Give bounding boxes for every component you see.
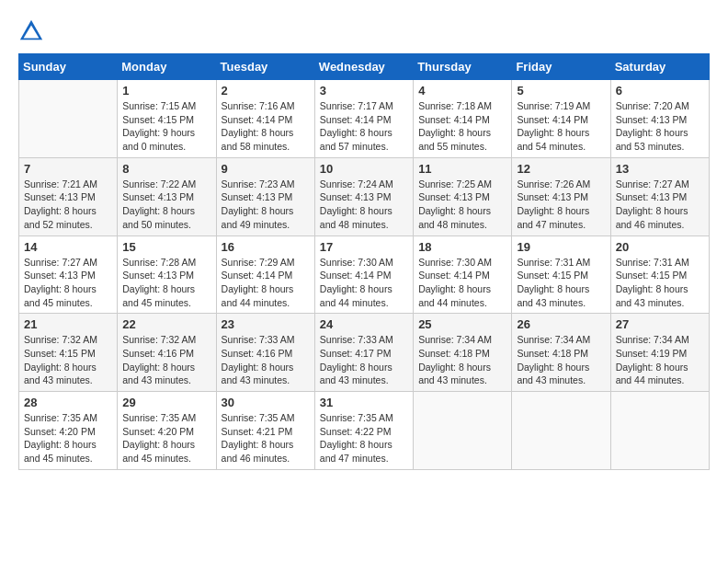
day-info: Sunrise: 7:20 AM Sunset: 4:13 PM Dayligh… — [616, 99, 704, 154]
day-number: 3 — [320, 84, 408, 98]
week-row-3: 14Sunrise: 7:27 AM Sunset: 4:13 PM Dayli… — [19, 236, 710, 314]
week-row-5: 28Sunrise: 7:35 AM Sunset: 4:20 PM Dayli… — [19, 392, 710, 470]
day-info: Sunrise: 7:32 AM Sunset: 4:16 PM Dayligh… — [122, 333, 210, 387]
day-info: Sunrise: 7:31 AM Sunset: 4:15 PM Dayligh… — [517, 256, 605, 310]
day-cell: 15Sunrise: 7:28 AM Sunset: 4:13 PM Dayli… — [118, 236, 216, 314]
day-info: Sunrise: 7:17 AM Sunset: 4:14 PM Dayligh… — [320, 99, 408, 154]
day-info: Sunrise: 7:18 AM Sunset: 4:14 PM Dayligh… — [418, 99, 506, 154]
day-info: Sunrise: 7:33 AM Sunset: 4:17 PM Dayligh… — [320, 333, 408, 387]
day-info: Sunrise: 7:24 AM Sunset: 4:13 PM Dayligh… — [320, 178, 408, 232]
week-row-2: 7Sunrise: 7:21 AM Sunset: 4:13 PM Daylig… — [19, 157, 710, 236]
day-number: 27 — [616, 317, 704, 331]
day-number: 24 — [320, 317, 408, 331]
day-cell: 28Sunrise: 7:35 AM Sunset: 4:20 PM Dayli… — [19, 392, 118, 470]
day-number: 14 — [24, 240, 112, 254]
day-cell: 11Sunrise: 7:25 AM Sunset: 4:13 PM Dayli… — [414, 157, 512, 236]
day-info: Sunrise: 7:23 AM Sunset: 4:13 PM Dayligh… — [222, 178, 310, 232]
day-cell: 3Sunrise: 7:17 AM Sunset: 4:14 PM Daylig… — [314, 80, 413, 158]
day-number: 16 — [222, 240, 310, 254]
day-info: Sunrise: 7:27 AM Sunset: 4:13 PM Dayligh… — [24, 256, 112, 310]
day-cell: 26Sunrise: 7:34 AM Sunset: 4:18 PM Dayli… — [512, 314, 610, 392]
day-number: 6 — [616, 84, 704, 98]
day-cell: 23Sunrise: 7:33 AM Sunset: 4:16 PM Dayli… — [216, 314, 314, 392]
day-cell: 2Sunrise: 7:16 AM Sunset: 4:14 PM Daylig… — [216, 80, 314, 158]
day-number: 5 — [517, 84, 605, 98]
weekday-header-tuesday: Tuesday — [216, 54, 314, 80]
day-cell: 5Sunrise: 7:19 AM Sunset: 4:14 PM Daylig… — [512, 80, 610, 158]
day-number: 4 — [418, 84, 506, 98]
day-number: 23 — [222, 317, 310, 331]
day-info: Sunrise: 7:32 AM Sunset: 4:15 PM Dayligh… — [24, 333, 112, 387]
day-number: 25 — [418, 317, 506, 331]
day-info: Sunrise: 7:26 AM Sunset: 4:13 PM Dayligh… — [517, 178, 605, 232]
day-number: 21 — [24, 317, 112, 331]
day-number: 29 — [122, 396, 210, 409]
day-cell: 19Sunrise: 7:31 AM Sunset: 4:15 PM Dayli… — [512, 236, 610, 314]
day-info: Sunrise: 7:22 AM Sunset: 4:13 PM Dayligh… — [122, 178, 210, 232]
day-number: 13 — [616, 162, 704, 176]
day-number: 17 — [320, 240, 408, 254]
day-number: 31 — [320, 396, 408, 409]
day-info: Sunrise: 7:30 AM Sunset: 4:14 PM Dayligh… — [418, 256, 506, 310]
day-cell: 31Sunrise: 7:35 AM Sunset: 4:22 PM Dayli… — [314, 392, 413, 470]
weekday-header-friday: Friday — [512, 54, 610, 80]
day-cell: 9Sunrise: 7:23 AM Sunset: 4:13 PM Daylig… — [216, 157, 314, 236]
day-number: 1 — [122, 84, 210, 98]
day-number: 19 — [517, 240, 605, 254]
day-cell: 1Sunrise: 7:15 AM Sunset: 4:15 PM Daylig… — [118, 80, 216, 158]
day-info: Sunrise: 7:30 AM Sunset: 4:14 PM Dayligh… — [320, 256, 408, 310]
day-info: Sunrise: 7:35 AM Sunset: 4:21 PM Dayligh… — [222, 411, 310, 465]
day-cell: 16Sunrise: 7:29 AM Sunset: 4:14 PM Dayli… — [216, 236, 314, 314]
day-info: Sunrise: 7:16 AM Sunset: 4:14 PM Dayligh… — [222, 99, 310, 154]
day-cell — [19, 80, 118, 158]
day-info: Sunrise: 7:21 AM Sunset: 4:13 PM Dayligh… — [24, 178, 112, 232]
day-cell: 17Sunrise: 7:30 AM Sunset: 4:14 PM Dayli… — [314, 236, 413, 314]
calendar: SundayMondayTuesdayWednesdayThursdayFrid… — [18, 53, 710, 470]
weekday-header-thursday: Thursday — [414, 54, 512, 80]
day-cell: 18Sunrise: 7:30 AM Sunset: 4:14 PM Dayli… — [414, 236, 512, 314]
weekday-header-sunday: Sunday — [19, 54, 118, 80]
day-number: 7 — [24, 162, 112, 176]
day-cell: 10Sunrise: 7:24 AM Sunset: 4:13 PM Dayli… — [314, 157, 413, 236]
weekday-header-row: SundayMondayTuesdayWednesdayThursdayFrid… — [19, 54, 710, 80]
day-number: 2 — [222, 84, 310, 98]
day-cell: 12Sunrise: 7:26 AM Sunset: 4:13 PM Dayli… — [512, 157, 610, 236]
day-number: 20 — [616, 240, 704, 254]
day-number: 28 — [24, 396, 112, 409]
day-number: 9 — [222, 162, 310, 176]
day-cell: 29Sunrise: 7:35 AM Sunset: 4:20 PM Dayli… — [118, 392, 216, 470]
weekday-header-wednesday: Wednesday — [314, 54, 413, 80]
day-number: 8 — [122, 162, 210, 176]
day-info: Sunrise: 7:28 AM Sunset: 4:13 PM Dayligh… — [122, 256, 210, 310]
week-row-1: 1Sunrise: 7:15 AM Sunset: 4:15 PM Daylig… — [19, 80, 710, 158]
day-info: Sunrise: 7:29 AM Sunset: 4:14 PM Dayligh… — [222, 256, 310, 310]
day-info: Sunrise: 7:31 AM Sunset: 4:15 PM Dayligh… — [616, 256, 704, 310]
week-row-4: 21Sunrise: 7:32 AM Sunset: 4:15 PM Dayli… — [19, 314, 710, 392]
day-cell — [512, 392, 610, 470]
day-info: Sunrise: 7:15 AM Sunset: 4:15 PM Dayligh… — [122, 99, 210, 154]
day-cell: 22Sunrise: 7:32 AM Sunset: 4:16 PM Dayli… — [118, 314, 216, 392]
day-number: 18 — [418, 240, 506, 254]
day-cell: 25Sunrise: 7:34 AM Sunset: 4:18 PM Dayli… — [414, 314, 512, 392]
day-number: 15 — [122, 240, 210, 254]
day-info: Sunrise: 7:34 AM Sunset: 4:18 PM Dayligh… — [517, 333, 605, 387]
weekday-header-saturday: Saturday — [610, 54, 709, 80]
day-cell: 30Sunrise: 7:35 AM Sunset: 4:21 PM Dayli… — [216, 392, 314, 470]
header-area — [18, 18, 710, 44]
day-info: Sunrise: 7:35 AM Sunset: 4:22 PM Dayligh… — [320, 411, 408, 465]
logo-icon — [18, 18, 44, 44]
day-cell: 21Sunrise: 7:32 AM Sunset: 4:15 PM Dayli… — [19, 314, 118, 392]
day-info: Sunrise: 7:35 AM Sunset: 4:20 PM Dayligh… — [122, 411, 210, 465]
day-cell — [414, 392, 512, 470]
day-info: Sunrise: 7:19 AM Sunset: 4:14 PM Dayligh… — [517, 99, 605, 154]
day-info: Sunrise: 7:34 AM Sunset: 4:19 PM Dayligh… — [616, 333, 704, 387]
day-cell — [610, 392, 709, 470]
day-cell: 13Sunrise: 7:27 AM Sunset: 4:13 PM Dayli… — [610, 157, 709, 236]
day-number: 11 — [418, 162, 506, 176]
day-cell: 24Sunrise: 7:33 AM Sunset: 4:17 PM Dayli… — [314, 314, 413, 392]
logo — [18, 18, 48, 44]
day-info: Sunrise: 7:35 AM Sunset: 4:20 PM Dayligh… — [24, 411, 112, 465]
day-number: 30 — [222, 396, 310, 409]
day-info: Sunrise: 7:25 AM Sunset: 4:13 PM Dayligh… — [418, 178, 506, 232]
day-number: 22 — [122, 317, 210, 331]
